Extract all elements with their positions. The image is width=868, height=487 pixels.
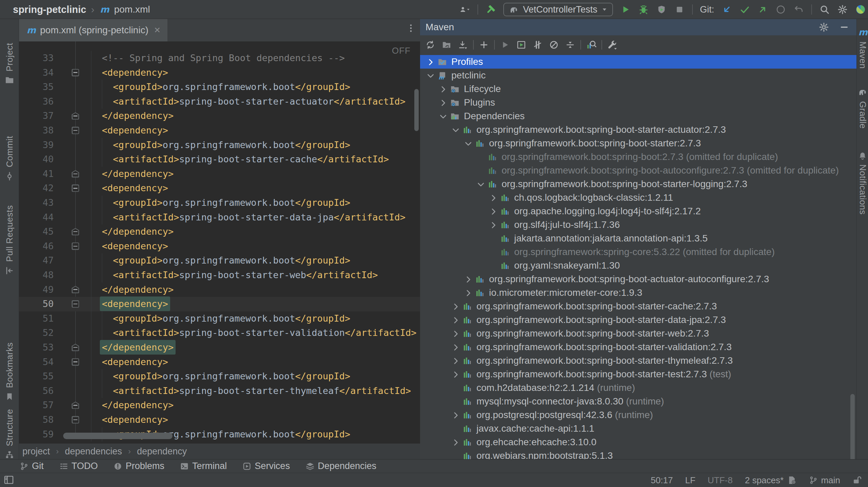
toolwindow-button-git[interactable]: Git [20, 461, 44, 471]
runbox-button[interactable] [513, 37, 529, 52]
indent-widget[interactable]: 2 spaces* [745, 475, 796, 486]
encoding-widget[interactable]: UTF-8 [708, 475, 733, 486]
git-up-button[interactable] [757, 3, 768, 16]
chevron-right-icon[interactable] [451, 343, 460, 352]
maven-tree-row[interactable]: mysql:mysql-connector-java:8.0.30 (runti… [420, 395, 856, 408]
hammer-button[interactable] [485, 3, 496, 16]
maven-tree-row[interactable]: Lifecycle [420, 82, 856, 96]
tab-pom-xml[interactable]: m pom.xml (spring-petclinic) ✕ [19, 19, 167, 41]
maven-tree-row[interactable]: org.springframework.boot:spring-boot-sta… [420, 177, 856, 191]
maven-tree-row[interactable]: Plugins [420, 96, 856, 109]
wrench-button[interactable] [604, 37, 620, 52]
toolwindow-toggle-icon[interactable] [3, 474, 14, 485]
maven-settings-button[interactable] [818, 21, 829, 33]
chevron-right-icon[interactable] [426, 58, 435, 67]
chevron-right-icon[interactable] [489, 194, 498, 202]
chevron-down-icon[interactable] [426, 71, 435, 80]
toolwindow-button-bookmarks[interactable]: Bookmarks [0, 342, 19, 401]
maven-tree-row[interactable]: org.ehcache:ehcache:3.10.0 [420, 435, 856, 449]
stop-button[interactable] [674, 3, 685, 16]
chevron-right-icon[interactable] [439, 85, 448, 94]
chevron-right-icon[interactable] [451, 370, 460, 379]
undo-button[interactable] [793, 3, 804, 16]
toolwindow-button-project[interactable]: Project [0, 43, 19, 85]
maven-tree-row[interactable]: Dependencies [420, 109, 856, 123]
maven-tree-row[interactable]: org.springframework.boot:spring-boot-sta… [420, 137, 856, 150]
maven-tree-row[interactable]: org.springframework.boot:spring-boot-sta… [420, 340, 856, 354]
maven-tree-row[interactable]: org.springframework.boot:spring-boot-sta… [420, 300, 856, 313]
maven-tree-row[interactable]: io.micrometer:micrometer-core:1.9.3 [420, 286, 856, 300]
editor-vertical-scrollbar[interactable] [414, 89, 419, 131]
breadcrumb-item[interactable]: project [22, 446, 50, 457]
toolwindow-button-maven[interactable]: mMaven [857, 27, 868, 69]
caret-position-widget[interactable]: 50:17 [651, 475, 673, 486]
fold-marker-icon[interactable] [72, 344, 79, 351]
fold-marker-icon[interactable] [72, 170, 79, 178]
fold-marker-icon[interactable] [72, 358, 79, 366]
chevron-right-icon[interactable] [451, 438, 460, 447]
folder-sync-button[interactable] [438, 37, 455, 52]
maven-tree-row[interactable]: org.yaml:snakeyaml:1.30 [420, 259, 856, 272]
download-button[interactable] [455, 37, 471, 52]
chevron-right-icon[interactable] [489, 207, 498, 216]
chevron-down-icon[interactable] [464, 139, 473, 148]
maven-tree-row[interactable]: org.springframework.boot:spring-boot-sta… [420, 367, 856, 381]
maven-tree-row[interactable]: org.springframework.boot:spring-boot-sta… [420, 313, 856, 327]
chevron-right-icon[interactable] [451, 329, 460, 338]
chevron-right-icon[interactable] [489, 221, 498, 230]
maven-tree-row[interactable]: org.springframework.boot:spring-boot-act… [420, 272, 856, 286]
maven-tree-row[interactable]: m petclinic [420, 69, 856, 82]
chevron-right-icon[interactable] [451, 411, 460, 420]
fold-marker-icon[interactable] [72, 401, 79, 409]
analyzer-button[interactable] [583, 37, 599, 52]
git-branch-widget[interactable]: main [809, 475, 840, 486]
toolwindow-button-gradle[interactable]: Gradle [857, 87, 868, 129]
play-button[interactable] [620, 3, 631, 16]
maven-tree-row[interactable]: Profiles [420, 55, 856, 69]
fold-marker-icon[interactable] [72, 127, 79, 134]
maven-tree-row[interactable]: com.h2database:h2:2.1.214 (runtime) [420, 381, 856, 395]
fold-marker-icon[interactable] [72, 300, 79, 308]
maven-tree-row[interactable]: org.springframework.boot:spring-boot-aut… [420, 164, 856, 177]
fold-marker-icon[interactable] [72, 228, 79, 235]
maven-tree-row[interactable]: org.springframework.boot:spring-boot:2.7… [420, 150, 856, 164]
chevron-down-icon[interactable] [451, 126, 460, 134]
search-button[interactable] [819, 3, 830, 16]
bug-button[interactable] [638, 3, 649, 16]
chevron-right-icon[interactable] [451, 357, 460, 365]
line-separator-widget[interactable]: LF [685, 475, 695, 486]
toolwindow-button-terminal[interactable]: Terminal [180, 461, 227, 471]
skip-button[interactable] [529, 37, 546, 52]
toolwindow-button-dependencies[interactable]: Dependencies [306, 461, 377, 471]
maven-tree-row[interactable]: ch.qos.logback:logback-classic:1.2.11 [420, 191, 856, 204]
toolwindow-button-commit[interactable]: Commit [0, 136, 19, 181]
maven-tree-row[interactable]: org.postgresql:postgresql:42.3.6 (runtim… [420, 408, 856, 422]
code-editor[interactable]: 33 <!-- Spring and Spring Boot dependenc… [19, 41, 420, 443]
chevron-down-icon[interactable] [476, 180, 485, 189]
collapse-button[interactable] [562, 37, 578, 52]
inspection-highlight-widget[interactable]: OFF [392, 46, 411, 56]
toolwindow-button-structure[interactable]: Structure [0, 409, 19, 459]
toolwindow-button-problems[interactable]: Problems [113, 461, 164, 471]
maven-tree-row[interactable]: org.springframework.boot:spring-boot-sta… [420, 354, 856, 367]
git-dl-button[interactable] [721, 3, 732, 16]
refresh-button[interactable] [422, 37, 438, 52]
chevron-right-icon[interactable] [464, 275, 473, 284]
gear-button[interactable] [837, 3, 848, 16]
maven-tree-row[interactable]: jakarta.annotation:jakarta.annotation-ap… [420, 232, 856, 245]
fold-marker-icon[interactable] [72, 69, 79, 76]
chevron-right-icon[interactable] [451, 302, 460, 311]
maven-tree-row[interactable]: org.webjars.npm:bootstrap:5.1.3 [420, 449, 856, 459]
toolwindow-button-notifications[interactable]: Notifications [857, 151, 868, 215]
chevron-right-icon[interactable] [451, 316, 460, 325]
fold-marker-icon[interactable] [72, 416, 79, 423]
toolwindow-button-pull-requests[interactable]: Pull Requests [0, 205, 19, 275]
git-ck-button[interactable] [739, 3, 750, 16]
coverage-button[interactable] [656, 3, 667, 16]
user-menu-button[interactable] [459, 3, 470, 16]
breadcrumb-item[interactable]: dependencies [65, 446, 122, 457]
editor-horizontal-scrollbar[interactable] [63, 433, 173, 439]
plus-button[interactable] [476, 37, 492, 52]
maven-tree-row[interactable]: org.springframework.boot:spring-boot-sta… [420, 123, 856, 137]
maven-tree-row[interactable]: org.springframework.boot:spring-boot-sta… [420, 327, 856, 340]
